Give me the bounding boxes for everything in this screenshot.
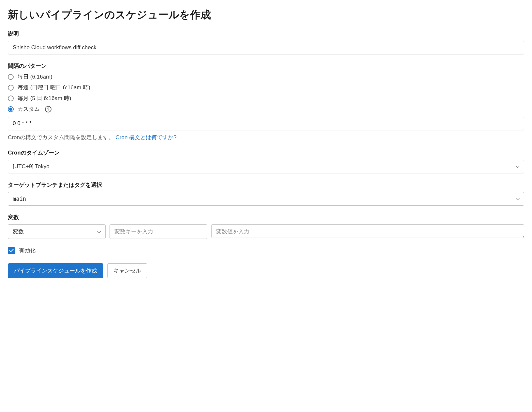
- interval-option-custom[interactable]: カスタム ?: [8, 105, 524, 113]
- cron-input[interactable]: [8, 117, 524, 130]
- interval-option-label: 毎日 (6:16am): [18, 73, 52, 81]
- target-select[interactable]: main: [8, 192, 524, 206]
- description-label: 説明: [8, 30, 524, 37]
- interval-option-weekly[interactable]: 毎週 (日曜日 曜日 6:16am 時): [8, 84, 524, 91]
- cancel-button[interactable]: キャンセル: [107, 263, 147, 278]
- cron-hint: Cronの構文でカスタム間隔を設定します。 Cron 構文とは何ですか?: [8, 134, 524, 141]
- radio-icon: [8, 74, 14, 80]
- help-icon[interactable]: ?: [45, 106, 52, 112]
- interval-label: 間隔のパターン: [8, 62, 524, 70]
- radio-icon: [8, 85, 14, 91]
- variable-value-input[interactable]: [211, 224, 524, 238]
- submit-button[interactable]: パイプラインスケジュールを作成: [8, 263, 103, 278]
- variable-type-select[interactable]: 変数: [8, 224, 106, 239]
- radio-icon: [8, 106, 14, 112]
- variables-label: 変数: [8, 213, 524, 221]
- interval-option-label: 毎月 (5 日 6:16am 時): [18, 95, 71, 102]
- enabled-label: 有効化: [19, 247, 36, 254]
- description-input[interactable]: [8, 41, 524, 54]
- cron-syntax-link[interactable]: Cron 構文とは何ですか?: [116, 134, 177, 140]
- interval-option-label: カスタム: [18, 105, 40, 113]
- check-icon: [9, 249, 14, 253]
- timezone-select[interactable]: [UTC+9] Tokyo: [8, 160, 524, 173]
- variable-key-input[interactable]: [110, 224, 207, 239]
- target-label: ターゲットブランチまたはタグを選択: [8, 181, 524, 189]
- interval-option-monthly[interactable]: 毎月 (5 日 6:16am 時): [8, 95, 524, 102]
- interval-option-daily[interactable]: 毎日 (6:16am): [8, 73, 524, 81]
- interval-option-label: 毎週 (日曜日 曜日 6:16am 時): [18, 84, 90, 91]
- enabled-checkbox[interactable]: [8, 247, 15, 254]
- radio-icon: [8, 96, 14, 101]
- timezone-label: Cronのタイムゾーン: [8, 149, 524, 156]
- page-title: 新しいパイプラインのスケジュールを作成: [8, 8, 524, 22]
